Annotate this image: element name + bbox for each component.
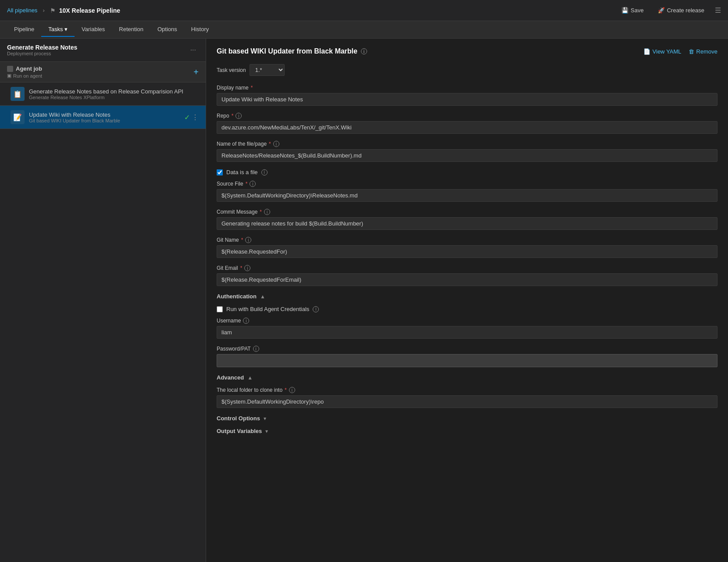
commit-message-info-icon[interactable]: i (264, 209, 270, 215)
panel-title-text: Git based WIKI Updater from Black Marble (217, 47, 357, 55)
tab-retention[interactable]: Retention (112, 22, 150, 37)
save-button[interactable]: 💾 Save (618, 5, 647, 15)
password-pat-info-icon[interactable]: i (253, 346, 259, 352)
git-email-row: Git Email * i (217, 265, 717, 286)
breadcrumb[interactable]: All pipelines (7, 7, 37, 14)
agent-job-row: Agent job ▣ Run on agent + (0, 62, 206, 82)
task-version-select[interactable]: 1.* 2.* (250, 64, 285, 76)
tab-variables[interactable]: Variables (75, 22, 112, 37)
panel-actions: 📄 View YAML 🗑 Remove (643, 48, 717, 55)
tab-options[interactable]: Options (150, 22, 184, 37)
file-name-input[interactable] (217, 149, 717, 162)
panel-title: Git based WIKI Updater from Black Marble… (217, 47, 367, 55)
sidebar-header-sub: Deployment process (7, 51, 77, 56)
tab-tasks[interactable]: Tasks ▾ (41, 22, 75, 37)
output-variables-label: Output Variables (217, 428, 262, 434)
tab-history[interactable]: History (184, 22, 216, 37)
commit-message-label-text: Commit Message (217, 209, 257, 215)
run-with-build-agent-info-icon[interactable]: i (313, 306, 319, 312)
task-actions: ✓ ⋮ (184, 113, 199, 122)
advanced-section-header[interactable]: Advanced ▲ (217, 374, 717, 381)
task-name-1: Generate Release Notes based on Release … (29, 88, 199, 95)
pipeline-icon: ⚑ (50, 7, 56, 14)
username-label: Username i (217, 318, 717, 324)
menu-icon[interactable]: ☰ (715, 6, 721, 14)
panel-header: Git based WIKI Updater from Black Marble… (217, 47, 717, 55)
output-variables-chevron-icon: ▾ (265, 428, 268, 434)
local-folder-required: * (285, 387, 287, 393)
data-is-file-checkbox[interactable] (217, 169, 223, 175)
git-email-input[interactable] (217, 273, 717, 286)
remove-icon: 🗑 (689, 48, 694, 55)
data-is-file-info-icon[interactable]: i (261, 169, 268, 175)
git-email-label: Git Email * i (217, 265, 717, 271)
agent-job-sub-text: Run on agent (13, 73, 42, 79)
source-file-input[interactable] (217, 189, 717, 202)
local-folder-info-icon[interactable]: i (289, 387, 295, 393)
commit-message-input[interactable] (217, 217, 717, 230)
control-options-section-header[interactable]: Control Options ▾ (217, 415, 717, 422)
save-icon: 💾 (621, 7, 628, 14)
repo-row: Repo * i (217, 113, 717, 134)
task-item[interactable]: 📋 Generate Release Notes based on Releas… (0, 82, 206, 106)
remove-button[interactable]: 🗑 Remove (689, 48, 717, 55)
username-input[interactable] (217, 326, 717, 339)
commit-message-required: * (260, 209, 262, 215)
task-desc-1: Generate Release Notes XPlatform (29, 95, 199, 100)
sidebar: Generate Release Notes Deployment proces… (0, 39, 206, 562)
tab-pipeline[interactable]: Pipeline (7, 22, 41, 37)
username-info-icon[interactable]: i (243, 318, 249, 324)
password-pat-label-text: Password/PAT (217, 346, 251, 352)
git-name-info-icon[interactable]: i (245, 237, 251, 243)
repo-input[interactable] (217, 121, 717, 134)
advanced-chevron-icon: ▲ (247, 375, 253, 381)
panel-info-icon[interactable]: i (361, 48, 367, 54)
repo-info-icon[interactable]: i (236, 113, 242, 119)
data-is-file-label: Data is a file (226, 169, 258, 175)
username-row: Username i (217, 318, 717, 339)
git-name-input[interactable] (217, 245, 717, 258)
source-file-info-icon[interactable]: i (250, 181, 256, 187)
task-version-label: Task version (217, 67, 246, 73)
remove-label: Remove (696, 48, 717, 55)
sidebar-ellipsis-button[interactable]: ··· (188, 45, 199, 55)
run-with-build-agent-label: Run with Build Agent Credentials (226, 306, 309, 312)
git-name-label-text: Git Name (217, 237, 239, 243)
authentication-section-header[interactable]: Authentication ▲ (217, 293, 717, 300)
git-email-info-icon[interactable]: i (244, 265, 250, 271)
top-bar-right: 💾 Save 🚀 Create release ☰ (618, 5, 721, 15)
task-more-icon[interactable]: ⋮ (192, 113, 199, 122)
commit-message-row: Commit Message * i (217, 209, 717, 230)
local-folder-input[interactable] (217, 395, 717, 408)
output-variables-section-header[interactable]: Output Variables ▾ (217, 428, 717, 434)
display-name-required: * (251, 85, 253, 91)
local-folder-label-text: The local folder to clone into (217, 387, 282, 393)
display-name-input[interactable] (217, 93, 717, 106)
agent-job-sub: ▣ Run on agent (7, 73, 42, 79)
top-bar-left: All pipelines › ⚑ 10X Release Pipeline (7, 7, 120, 14)
password-pat-input[interactable] (217, 354, 717, 367)
task-icon-1: 📋 (11, 87, 25, 101)
repo-label: Repo * i (217, 113, 717, 119)
file-name-label-text: Name of the file/page (217, 141, 267, 147)
agent-job-title: Agent job (16, 65, 42, 72)
file-name-info-icon[interactable]: i (273, 141, 279, 147)
add-task-button[interactable]: + (193, 68, 199, 76)
run-with-build-agent-checkbox[interactable] (217, 306, 223, 312)
sidebar-header: Generate Release Notes Deployment proces… (0, 39, 206, 62)
local-folder-label: The local folder to clone into * i (217, 387, 717, 393)
create-release-button[interactable]: 🚀 Create release (654, 5, 708, 15)
display-name-label: Display name * (217, 85, 717, 91)
task-name-2: Update Wiki with Release Notes (29, 111, 180, 118)
display-name-label-text: Display name (217, 85, 249, 91)
display-name-row: Display name * (217, 85, 717, 106)
view-yaml-button[interactable]: 📄 View YAML (643, 48, 682, 55)
task-item-active[interactable]: 📝 Update Wiki with Release Notes Git bas… (0, 106, 206, 129)
git-name-required: * (241, 237, 243, 243)
local-folder-row: The local folder to clone into * i (217, 387, 717, 408)
control-options-label: Control Options (217, 415, 260, 422)
create-release-label: Create release (667, 7, 704, 14)
source-file-row: Source File * i (217, 181, 717, 202)
git-name-row: Git Name * i (217, 237, 717, 258)
sidebar-header-title: Generate Release Notes (7, 44, 77, 51)
